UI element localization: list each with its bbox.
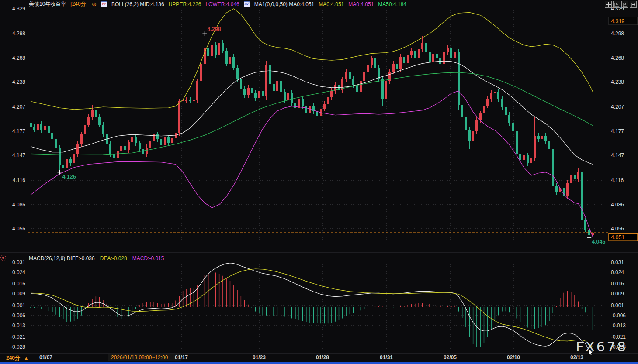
ma0-magenta-label: MA0:4.051 xyxy=(348,1,374,7)
add-indicator-icon[interactable]: ⊕ xyxy=(92,1,97,7)
svg-text:0.024: 0.024 xyxy=(611,269,624,275)
svg-text:01/31: 01/31 xyxy=(380,354,393,361)
svg-text:01/17: 01/17 xyxy=(175,354,188,361)
svg-text:0.016: 0.016 xyxy=(12,281,25,287)
svg-text:4.086: 4.086 xyxy=(12,202,25,208)
macd-pane xyxy=(31,263,593,352)
ma50-label: MA50:4.184 xyxy=(378,1,406,7)
timeframe-label[interactable]: [240分] xyxy=(70,0,87,8)
price-markers: 4.0514.319 xyxy=(28,17,638,241)
svg-text:0.001: 0.001 xyxy=(611,302,624,309)
svg-text:0.016: 0.016 xyxy=(611,281,624,287)
svg-text:4.177: 4.177 xyxy=(611,128,624,134)
svg-text:4.268: 4.268 xyxy=(12,55,25,61)
svg-text:0.009: 0.009 xyxy=(611,291,624,297)
macd-value-label: MACD:-0.015 xyxy=(132,255,164,261)
svg-text:4.147: 4.147 xyxy=(12,152,25,158)
svg-text:4.051: 4.051 xyxy=(611,234,624,240)
svg-text:-0.021: -0.021 xyxy=(10,334,25,340)
svg-text:4.177: 4.177 xyxy=(12,128,25,134)
macd-dea-label: DEA:-0.028 xyxy=(100,255,127,261)
svg-text:0.009: 0.009 xyxy=(12,291,25,297)
macd-settings-icon[interactable] xyxy=(0,255,6,261)
boll-lower-label: LOWER:4.046 xyxy=(205,1,239,7)
zoom-out-button[interactable] xyxy=(613,1,620,8)
svg-text:4.045: 4.045 xyxy=(592,239,605,245)
svg-text:-0.028: -0.028 xyxy=(10,344,25,350)
macd-header: MACD(26,12,9) DIFF:-0.036 DEA:-0.028 MAC… xyxy=(29,255,164,261)
svg-text:4.116: 4.116 xyxy=(611,177,624,183)
svg-text:-0.006: -0.006 xyxy=(611,312,626,319)
svg-text:4.126: 4.126 xyxy=(62,174,76,180)
svg-text:4.207: 4.207 xyxy=(611,104,624,110)
svg-text:2026/01/13 08:00~12:00 二: 2026/01/13 08:00~12:00 二 xyxy=(111,354,175,361)
svg-text:-0.013: -0.013 xyxy=(611,323,626,329)
mouse-cursor xyxy=(588,349,594,356)
svg-text:4.056: 4.056 xyxy=(12,226,25,232)
zoom-in-button[interactable] xyxy=(621,1,628,8)
chart-toolbar xyxy=(605,1,637,8)
svg-text:0.001: 0.001 xyxy=(12,302,25,309)
boll-label: BOLL(26,2) MID:4.136 xyxy=(111,1,164,7)
svg-text:4.298: 4.298 xyxy=(611,31,624,37)
boll-indicator-icon[interactable] xyxy=(101,1,107,7)
ma-indicator-icon[interactable] xyxy=(244,1,250,7)
svg-text:01/23: 01/23 xyxy=(253,354,266,361)
pan-tool-button[interactable] xyxy=(605,1,612,8)
svg-text:0.031: 0.031 xyxy=(611,259,624,265)
svg-text:4.056: 4.056 xyxy=(611,226,624,232)
svg-text:4.298: 4.298 xyxy=(12,31,25,37)
svg-text:0.031: 0.031 xyxy=(12,259,25,265)
svg-text:4.329: 4.329 xyxy=(12,6,25,12)
bottom-timeframe-label: 240分 xyxy=(6,354,20,362)
bottom-timeframe[interactable]: 240分 ▲ xyxy=(6,354,29,362)
svg-text:-0.013: -0.013 xyxy=(10,323,25,329)
svg-text:02/10: 02/10 xyxy=(507,354,520,361)
shift-right-button[interactable] xyxy=(630,1,637,8)
macd-diff-label: MACD(26,12,9) DIFF:-0.036 xyxy=(29,255,95,261)
svg-text:4.147: 4.147 xyxy=(611,152,624,158)
svg-text:4.086: 4.086 xyxy=(611,202,624,208)
svg-text:02/13: 02/13 xyxy=(570,354,583,361)
svg-text:4.207: 4.207 xyxy=(12,104,25,110)
svg-text:4.268: 4.268 xyxy=(611,55,624,61)
svg-text:01/28: 01/28 xyxy=(316,354,329,361)
chart-canvas[interactable]: 4.0514.319 4.1264.2984.045 4.3294.3294.2… xyxy=(0,0,638,364)
svg-text:4.116: 4.116 xyxy=(13,177,25,183)
fx678-watermark: FX678 xyxy=(576,339,628,354)
instrument-title: 美债10年收益率 xyxy=(29,0,66,8)
svg-text:4.319: 4.319 xyxy=(611,18,624,24)
candlestick-series xyxy=(30,34,594,238)
svg-text:01/07: 01/07 xyxy=(39,354,52,361)
up-arrow-icon: ▲ xyxy=(24,355,29,361)
indicator-header: 美债10年收益率 [240分] ⊕ BOLL(26,2) MID:4.136 U… xyxy=(29,0,406,8)
svg-text:4.238: 4.238 xyxy=(12,79,25,85)
ma1-label: MA1(0,0,0,50) MA0:4.051 xyxy=(254,1,314,7)
svg-text:0.024: 0.024 xyxy=(12,269,25,275)
swing-markers: 4.1264.2984.045 xyxy=(57,26,605,245)
chart-application: 4.0514.319 4.1264.2984.045 4.3294.3294.2… xyxy=(0,0,638,364)
bottom-scrollbar[interactable] xyxy=(0,362,638,364)
svg-text:02/05: 02/05 xyxy=(444,354,457,361)
svg-text:4.298: 4.298 xyxy=(207,26,221,32)
boll-upper-label: UPPER:4.226 xyxy=(169,1,201,7)
svg-text:4.238: 4.238 xyxy=(611,79,624,85)
svg-text:-0.006: -0.006 xyxy=(10,312,25,319)
ma0-yellow-label: MA0:4.051 xyxy=(319,1,344,7)
